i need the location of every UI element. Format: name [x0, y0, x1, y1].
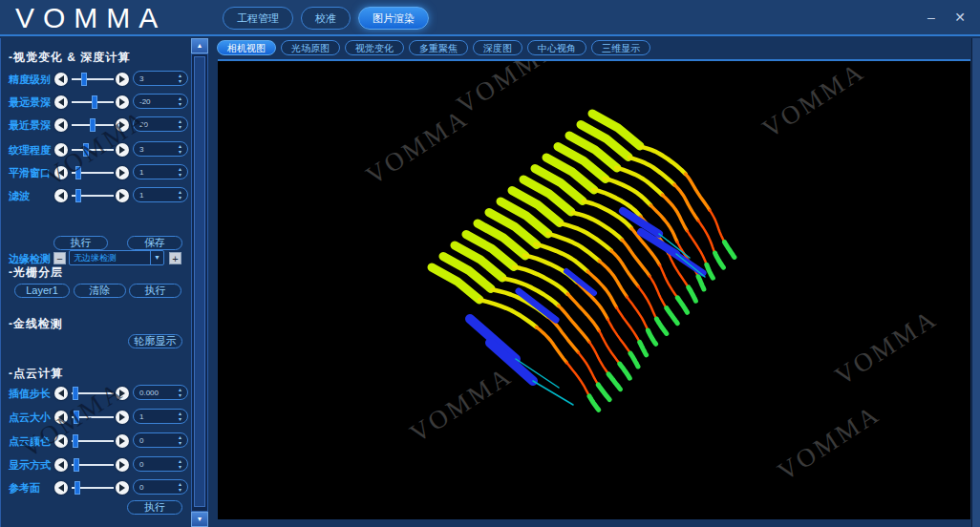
- value-spinbox[interactable]: 3▴▾: [133, 71, 188, 86]
- slider-decrease-button[interactable]: [54, 73, 68, 86]
- wire-segment: [617, 307, 640, 342]
- view-tab-2[interactable]: 光场原图: [281, 40, 340, 55]
- slider-increase-button[interactable]: [116, 481, 129, 495]
- view-tab-1[interactable]: 相机视图: [217, 40, 276, 55]
- slider-track[interactable]: [72, 464, 114, 466]
- slider-handle[interactable]: [92, 95, 97, 109]
- scrollbar-down-button[interactable]: ▼: [191, 512, 208, 527]
- spin-down-icon[interactable]: ▾: [179, 172, 181, 178]
- spin-down-icon[interactable]: ▾: [179, 440, 181, 446]
- spin-down-icon[interactable]: ▾: [179, 195, 181, 200]
- slider-handle[interactable]: [75, 481, 80, 495]
- slider-track[interactable]: [72, 487, 114, 489]
- slider-increase-button[interactable]: [116, 434, 129, 448]
- spinbox-value: 0: [134, 483, 176, 492]
- top-tab-2[interactable]: 校准: [301, 7, 351, 30]
- section-title-raster: -光栅分层: [9, 264, 63, 281]
- edge-detect-dropdown[interactable]: 无边缘检测 ▼: [69, 250, 164, 265]
- slider-row: 参考面0▴▾: [1, 479, 192, 496]
- scrollbar-track[interactable]: [191, 53, 208, 512]
- top-tab-3[interactable]: 图片渲染: [358, 7, 429, 30]
- slider-decrease-button[interactable]: [54, 387, 68, 400]
- spin-down-icon[interactable]: ▾: [179, 464, 181, 470]
- spin-down-icon[interactable]: ▾: [179, 149, 181, 155]
- wire-segment: [608, 374, 620, 390]
- slider-decrease-button[interactable]: [54, 118, 68, 132]
- scrollbar-up-button[interactable]: ▲: [191, 38, 208, 53]
- wire-render: [218, 61, 970, 519]
- spin-down-icon[interactable]: ▾: [179, 124, 181, 130]
- arrow-right-icon: [119, 169, 125, 177]
- raster-button-3[interactable]: 执行: [129, 284, 181, 298]
- arrow-left-icon: [58, 484, 64, 492]
- slider-increase-button[interactable]: [116, 458, 129, 472]
- spin-down-icon[interactable]: ▾: [179, 416, 181, 422]
- slider-track[interactable]: [72, 78, 114, 80]
- wire-segment: [667, 308, 677, 324]
- slider-increase-button[interactable]: [116, 95, 129, 109]
- value-spinbox[interactable]: 0▴▾: [133, 479, 188, 495]
- slider-increase-button[interactable]: [116, 73, 129, 86]
- slider-decrease-button[interactable]: [54, 95, 68, 109]
- close-button[interactable]: ✕: [951, 8, 969, 27]
- value-spinbox[interactable]: 3▴▾: [133, 141, 188, 157]
- slider-track[interactable]: [72, 440, 114, 442]
- right-edge-strip: [971, 38, 980, 527]
- top-tab-1[interactable]: 工程管理: [223, 7, 293, 30]
- value-spinbox[interactable]: 1▴▾: [133, 164, 188, 179]
- spin-down-icon[interactable]: ▾: [179, 392, 181, 398]
- slider-handle[interactable]: [90, 118, 96, 132]
- section-title-depth: -视觉变化 & 深度计算: [9, 50, 130, 66]
- pointcloud-execute-button[interactable]: 执行: [127, 500, 182, 515]
- contour-display-button[interactable]: 轮廓显示: [128, 334, 182, 348]
- scrollbar-thumb[interactable]: [194, 56, 205, 507]
- value-spinbox[interactable]: 1▴▾: [133, 409, 188, 424]
- depth-save-button[interactable]: 保存: [127, 236, 182, 250]
- slider-increase-button[interactable]: [116, 411, 129, 424]
- value-spinbox[interactable]: 0▴▾: [133, 432, 188, 448]
- value-spinbox[interactable]: 0.000▴▾: [133, 385, 188, 400]
- wire-segment: [616, 168, 662, 195]
- slider-decrease-button[interactable]: [54, 458, 68, 472]
- view-tab-7[interactable]: 三维显示: [591, 40, 650, 55]
- view-tab-6[interactable]: 中心视角: [527, 40, 586, 55]
- spinbox-value: -20: [134, 97, 176, 106]
- arrow-right-icon: [119, 75, 125, 83]
- spin-down-icon[interactable]: ▾: [179, 78, 181, 84]
- spin-down-icon[interactable]: ▾: [179, 101, 181, 107]
- value-spinbox[interactable]: 1▴▾: [133, 187, 188, 202]
- depth-execute-button[interactable]: 执行: [53, 236, 108, 250]
- minimize-button[interactable]: –: [923, 8, 940, 27]
- raster-button-1[interactable]: Layer1: [14, 284, 70, 298]
- slider-increase-button[interactable]: [116, 166, 129, 179]
- wire-segment: [662, 195, 687, 231]
- wire-segment: [689, 287, 696, 301]
- value-spinbox[interactable]: 0▴▾: [133, 456, 188, 472]
- slider-increase-button[interactable]: [116, 189, 129, 202]
- spinbox-value: 0.000: [134, 389, 176, 397]
- slider-handle[interactable]: [74, 458, 79, 472]
- slider-track[interactable]: [72, 101, 114, 103]
- slider-handle[interactable]: [81, 73, 87, 86]
- view-tab-4[interactable]: 多重聚焦: [409, 40, 468, 55]
- spinbox-value: 1: [134, 412, 176, 421]
- wire-segment: [589, 342, 608, 374]
- chevron-down-icon[interactable]: ▼: [150, 251, 163, 264]
- wire-segment: [589, 396, 599, 411]
- slider-track[interactable]: [72, 195, 114, 197]
- view-tab-3[interactable]: 视觉变化: [345, 40, 404, 55]
- viewport-3d[interactable]: VOMMAVOMMAVOMMAVOMMAVOMMAVOMMA: [218, 59, 970, 519]
- spin-down-icon[interactable]: ▾: [179, 487, 181, 493]
- value-spinbox[interactable]: -20▴▾: [133, 94, 188, 109]
- wire-segment: [566, 363, 589, 396]
- sidebar-scrollbar[interactable]: ▲ ▼: [191, 38, 208, 527]
- raster-button-2[interactable]: 清除: [74, 284, 126, 298]
- arrow-right-icon: [119, 461, 125, 469]
- view-tab-5[interactable]: 深度图: [473, 40, 522, 55]
- arrow-right-icon: [119, 192, 125, 200]
- wire-segment: [604, 179, 650, 205]
- edge-add-button[interactable]: +: [169, 252, 181, 264]
- slider-handle[interactable]: [75, 189, 81, 202]
- slider-decrease-button[interactable]: [54, 481, 68, 495]
- edge-remove-button[interactable]: −: [53, 252, 66, 264]
